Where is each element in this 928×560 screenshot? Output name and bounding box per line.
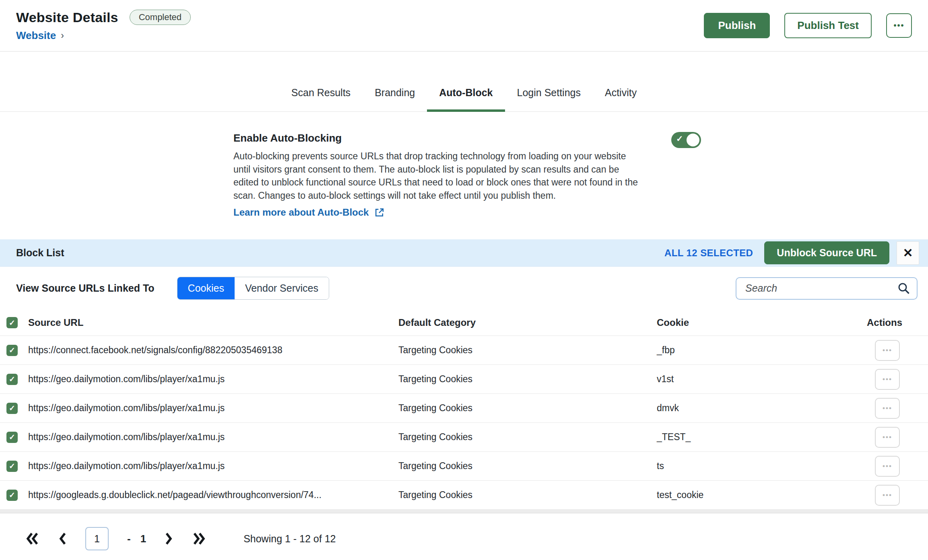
ellipsis-icon: ••• [883,462,892,470]
table-row: ✓ https://googleads.g.doubleclick.net/pa… [0,481,928,510]
auto-blocking-description: Auto-blocking prevents source URLs that … [233,150,644,202]
last-page-number: 1 [140,533,146,545]
row-checkbox[interactable]: ✓ [6,345,18,356]
table-row: ✓ https://geo.dailymotion.com/libs/playe… [0,365,928,394]
tab-bar: Scan Results Branding Auto-Block Login S… [0,51,928,112]
tab-activity[interactable]: Activity [593,87,649,111]
ellipsis-icon: ••• [893,21,904,30]
row-checkbox[interactable]: ✓ [6,403,18,414]
column-default-category: Default Category [398,317,657,328]
source-url-cell: https://googleads.g.doubleclick.net/page… [28,490,398,500]
segment-vendor-services[interactable]: Vendor Services [235,277,329,299]
select-all-checkbox[interactable]: ✓ [6,317,18,328]
row-actions-button[interactable]: ••• [875,456,900,477]
ellipsis-icon: ••• [883,433,892,441]
selection-count: ALL 12 SELECTED [664,247,753,259]
search-icon[interactable] [897,282,910,295]
row-checkbox[interactable]: ✓ [6,490,18,501]
close-selection-button[interactable]: ✕ [897,241,919,265]
learn-more-link[interactable]: Learn more about Auto-Block [233,207,384,218]
learn-more-label: Learn more about Auto-Block [233,207,369,218]
row-actions-button[interactable]: ••• [875,340,900,361]
page-header: Website Details Completed Website › Publ… [0,0,928,51]
ellipsis-icon: ••• [883,346,892,354]
search-input[interactable] [745,282,897,294]
row-checkbox[interactable]: ✓ [6,461,18,472]
table-row: ✓ https://geo.dailymotion.com/libs/playe… [0,452,928,481]
column-source-url: Source URL [28,317,398,328]
check-icon: ✓ [9,491,15,499]
default-category-cell: Targeting Cookies [398,432,657,443]
page-title: Website Details [16,10,118,25]
cookie-cell: test_cookie [657,490,839,500]
first-page-button[interactable] [26,531,39,547]
check-icon: ✓ [9,462,15,470]
default-category-cell: Targeting Cookies [398,374,657,385]
search-box [736,277,918,300]
breadcrumb[interactable]: Website › [16,29,191,42]
check-icon: ✓ [9,433,15,441]
pagination-summary: Showing 1 - 12 of 12 [243,533,336,545]
row-actions-button[interactable]: ••• [875,398,900,419]
tab-branding[interactable]: Branding [363,87,427,111]
ellipsis-icon: ••• [883,375,892,383]
default-category-cell: Targeting Cookies [398,490,657,500]
previous-page-button[interactable] [58,531,67,547]
chevron-right-icon [165,531,173,547]
table-header: ✓ Source URL Default Category Cookie Act… [0,310,928,336]
pagination: - 1 Showing 1 - 12 of 12 [0,513,928,550]
column-cookie: Cookie [657,317,839,328]
cookie-cell: v1st [657,374,839,385]
default-category-cell: Targeting Cookies [398,403,657,414]
auto-blocking-toggle[interactable]: ✓ [671,132,701,148]
tab-scan-results[interactable]: Scan Results [279,87,363,111]
row-actions-button[interactable]: ••• [875,427,900,448]
auto-blocking-heading: Enable Auto-Blocking [233,132,928,144]
status-badge: Completed [130,10,191,25]
cookie-cell: _TEST_ [657,432,839,443]
breadcrumb-link[interactable]: Website [16,29,56,42]
next-page-button[interactable] [165,531,173,547]
view-linked-to-label: View Source URLs Linked To [16,282,155,294]
ellipsis-icon: ••• [883,404,892,412]
last-page-button[interactable] [192,531,206,547]
table-row: ✓ https://connect.facebook.net/signals/c… [0,336,928,365]
toggle-knob [687,134,699,146]
row-actions-button[interactable]: ••• [875,485,900,506]
block-list-title: Block List [16,247,664,259]
filter-bar: View Source URLs Linked To Cookies Vendo… [0,267,928,310]
more-options-button[interactable]: ••• [886,13,912,38]
source-url-cell: https://connect.facebook.net/signals/con… [28,345,398,356]
check-icon: ✓ [9,404,15,412]
page-number-input[interactable] [85,527,109,550]
check-icon: ✓ [9,375,15,383]
row-checkbox[interactable]: ✓ [6,374,18,385]
default-category-cell: Targeting Cookies [398,461,657,471]
tab-auto-block[interactable]: Auto-Block [427,87,505,111]
segment-cookies[interactable]: Cookies [177,277,235,299]
page-range-separator: - [127,533,131,545]
chevron-right-icon: › [61,30,64,41]
row-checkbox[interactable]: ✓ [6,432,18,443]
table-body: ✓ https://connect.facebook.net/signals/c… [0,336,928,510]
horizontal-scrollbar[interactable] [0,510,928,513]
double-chevron-left-icon [26,531,39,547]
column-actions: Actions [839,317,928,328]
chevron-left-icon [58,531,67,547]
block-list-bar: Block List ALL 12 SELECTED Unblock Sourc… [0,239,928,267]
unblock-source-url-button[interactable]: Unblock Source URL [764,241,889,264]
publish-test-button[interactable]: Publish Test [784,13,872,38]
close-icon: ✕ [903,246,913,260]
auto-block-section: Enable Auto-Blocking Auto-blocking preve… [0,112,928,239]
check-icon: ✓ [676,134,683,144]
cookie-cell: ts [657,461,839,471]
source-url-cell: https://geo.dailymotion.com/libs/player/… [28,403,398,414]
source-url-cell: https://geo.dailymotion.com/libs/player/… [28,461,398,471]
row-actions-button[interactable]: ••• [875,369,900,390]
publish-button[interactable]: Publish [704,13,770,38]
default-category-cell: Targeting Cookies [398,345,657,356]
source-url-cell: https://geo.dailymotion.com/libs/player/… [28,374,398,385]
ellipsis-icon: ••• [883,491,892,499]
tab-login-settings[interactable]: Login Settings [505,87,593,111]
table-row: ✓ https://geo.dailymotion.com/libs/playe… [0,423,928,452]
